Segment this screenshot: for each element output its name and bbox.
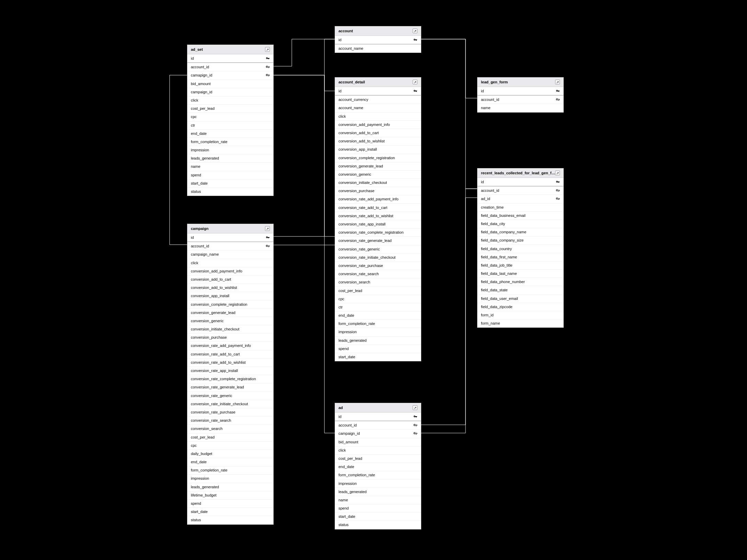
field-row[interactable]: conversion_add_to_wishlist [187,283,273,292]
field-row[interactable]: status [335,521,421,529]
field-row[interactable]: lifetime_budget [187,491,273,499]
field-row[interactable]: field_data_user_email [478,294,563,303]
field-row[interactable]: campaign_id [187,88,273,96]
field-row[interactable]: conversion_rate_complete_registration [187,375,273,383]
field-row[interactable]: id [335,412,421,421]
field-row[interactable]: conversion_rate_add_to_cart [187,350,273,358]
field-row[interactable]: id [335,36,421,44]
field-row[interactable]: conversion_initiate_checkout [335,178,421,187]
field-row[interactable]: conversion_add_payment_info [187,267,273,275]
field-row[interactable]: conversion_purchase [335,187,421,195]
field-row[interactable]: id [478,87,563,95]
field-row[interactable]: field_data_first_name [478,253,563,261]
field-row[interactable]: end_date [187,129,273,138]
field-row[interactable]: conversion_rate_generic [187,392,273,400]
field-row[interactable]: ad_id [478,195,563,203]
field-row[interactable]: spend [335,345,421,353]
field-row[interactable]: start_date [187,508,273,516]
field-row[interactable]: campaign_name [187,250,273,258]
expand-icon[interactable]: ↗ [413,405,417,410]
field-row[interactable]: conversion_rate_search [335,270,421,278]
expand-icon[interactable]: ↗ [555,171,560,175]
field-row[interactable]: conversion_rate_add_payment_info [335,195,421,203]
field-row[interactable]: conversion_complete_registration [335,154,421,162]
field-row[interactable]: field_data_city [478,220,563,228]
field-row[interactable]: field_data_phone_number [478,278,563,286]
table-ad-set[interactable]: ad_set↗idaccount_idcamapign_idbid_amount… [187,45,274,196]
field-row[interactable]: account_id [335,421,421,429]
table-header[interactable]: recent_leads_collected_for_lead_gen_f…↗ [478,168,563,178]
field-row[interactable]: cpc [335,295,421,303]
table-account[interactable]: account↗idaccount_name [335,26,421,53]
field-row[interactable]: end_date [187,458,273,466]
field-row[interactable]: click [335,112,421,120]
expand-icon[interactable]: ↗ [413,80,417,84]
field-row[interactable]: spend [335,504,421,512]
field-row[interactable]: field_data_country [478,245,563,253]
field-row[interactable]: cost_per_lead [335,287,421,295]
field-row[interactable]: conversion_rate_app_install [187,366,273,375]
field-row[interactable]: impression [335,328,421,336]
field-row[interactable]: conversion_rate_purchase [335,261,421,270]
field-row[interactable]: daily_budget [187,450,273,458]
field-row[interactable]: conversion_purchase [187,333,273,341]
field-row[interactable]: field_data_company_name [478,228,563,236]
field-row[interactable]: start_date [187,179,273,187]
table-header[interactable]: ad↗ [335,403,421,412]
field-row[interactable]: click [335,446,421,454]
expand-icon[interactable]: ↗ [555,80,560,84]
field-row[interactable]: id [335,87,421,95]
table-lead-gen-form[interactable]: lead_gen_form↗idaccount_idname [477,77,564,113]
field-row[interactable]: spend [187,499,273,508]
field-row[interactable]: conversion_search [335,278,421,286]
field-row[interactable]: field_data_business_email [478,211,563,220]
field-row[interactable]: id [187,233,273,242]
field-row[interactable]: end_date [335,311,421,319]
field-row[interactable]: field_data_last_name [478,269,563,278]
field-row[interactable]: conversion_rate_add_to_cart [335,203,421,212]
field-row[interactable]: impression [335,479,421,488]
field-row[interactable]: field_data_company_size [478,236,563,244]
field-row[interactable]: conversion_rate_purchase [187,408,273,416]
expand-icon[interactable]: ↗ [265,47,270,52]
field-row[interactable]: name [478,104,563,112]
field-row[interactable]: conversion_complete_registration [187,300,273,308]
field-row[interactable]: ctr [335,303,421,311]
field-row[interactable]: cost_per_lead [187,433,273,441]
field-row[interactable]: id [478,178,563,186]
field-row[interactable]: account_id [478,95,563,104]
field-row[interactable]: conversion_app_install [187,292,273,300]
table-campaign[interactable]: campaign↗idaccount_idcampaign_nameclickc… [187,224,274,525]
table-ad[interactable]: ad↗idaccount_idcampaign_idbid_amountclic… [335,403,421,529]
field-row[interactable]: camapign_id [187,71,273,79]
expand-icon[interactable]: ↗ [413,28,417,33]
field-row[interactable]: form_completion_rate [335,471,421,479]
field-row[interactable]: name [187,162,273,171]
field-row[interactable]: account_name [335,44,421,52]
field-row[interactable]: conversion_search [187,424,273,433]
field-row[interactable]: field_data_job_title [478,261,563,269]
field-row[interactable]: conversion_generate_lead [335,162,421,170]
field-row[interactable]: impression [187,146,273,154]
field-row[interactable]: ctr [187,121,273,129]
field-row[interactable]: conversion_generic [335,170,421,178]
table-header[interactable]: ad_set↗ [187,45,273,54]
field-row[interactable]: form_completion_rate [187,466,273,474]
field-row[interactable]: form_completion_rate [335,319,421,328]
field-row[interactable]: cpc [187,113,273,121]
field-row[interactable]: bid_amount [335,438,421,446]
field-row[interactable]: conversion_rate_initiate_checkout [335,253,421,261]
field-row[interactable]: conversion_initiate_checkout [187,325,273,333]
field-row[interactable]: field_data_zipcode [478,303,563,311]
table-header[interactable]: account↗ [335,26,421,36]
field-row[interactable]: conversion_rate_add_to_wishlist [187,358,273,366]
field-row[interactable]: start_date [335,512,421,521]
field-row[interactable]: account_name [335,104,421,112]
field-row[interactable]: conversion_rate_complete_registration [335,228,421,236]
field-row[interactable]: leads_generated [335,488,421,496]
field-row[interactable]: spend [187,171,273,179]
field-row[interactable]: conversion_rate_initiate_checkout [187,400,273,408]
field-row[interactable]: status [187,516,273,524]
field-row[interactable]: conversion_rate_generate_lead [187,383,273,391]
field-row[interactable]: conversion_generic [187,317,273,325]
